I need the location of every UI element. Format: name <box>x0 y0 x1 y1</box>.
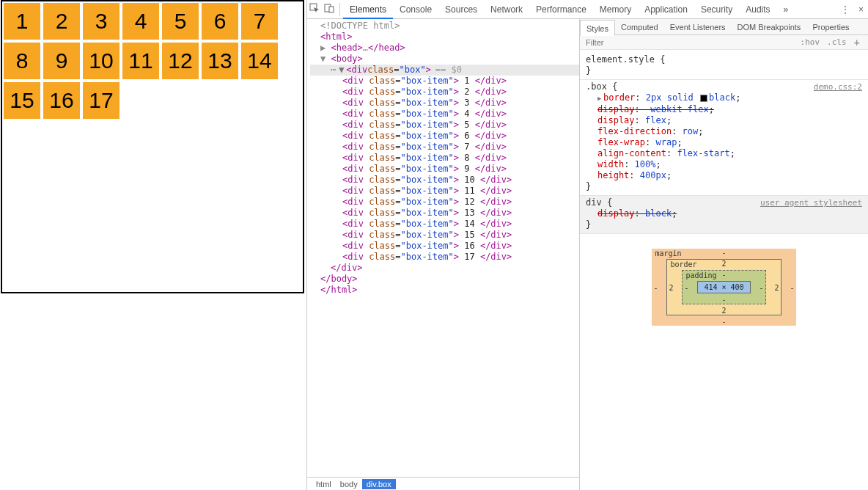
tab-performance[interactable]: Performance <box>529 0 593 19</box>
tab-sources[interactable]: Sources <box>438 0 484 19</box>
breadcrumb-item[interactable]: div.box <box>362 479 396 489</box>
breadcrumb-item[interactable]: html <box>312 479 336 489</box>
new-style-rule-icon[interactable]: + <box>850 37 864 48</box>
box-item: 10 <box>83 43 119 79</box>
bm-padding-bottom: - <box>721 296 726 304</box>
bm-margin-label: margin <box>655 249 681 257</box>
tab-elements[interactable]: Elements <box>343 0 393 19</box>
svg-rect-2 <box>329 7 334 12</box>
styles-tab-styles[interactable]: Styles <box>580 20 615 36</box>
bm-margin-bottom: - <box>721 318 726 326</box>
styles-tab-properties[interactable]: Properties <box>806 19 855 35</box>
bm-border-left: 2 <box>669 283 673 291</box>
bm-padding-right: - <box>760 283 764 291</box>
dom-tree[interactable]: <!DOCTYPE html><html>▶ <head>…</head>▼ <… <box>307 19 579 477</box>
rendered-page-pane: 1234567891011121314151617 <box>0 0 306 490</box>
box-item: 9 <box>43 43 80 79</box>
dom-breadcrumb[interactable]: htmlbodydiv.box <box>307 477 579 490</box>
devtools-menu-icon[interactable]: ⋮ <box>836 4 854 15</box>
box-item: 16 <box>43 82 80 119</box>
bm-border-label: border <box>670 260 696 268</box>
styles-filter-row: :hov .cls + <box>580 35 868 50</box>
device-toolbar-icon[interactable] <box>322 3 336 15</box>
elements-dom-column: <!DOCTYPE html><html>▶ <head>…</head>▼ <… <box>307 19 580 490</box>
styles-column: StylesComputedEvent ListenersDOM Breakpo… <box>580 19 868 490</box>
hov-toggle[interactable]: :hov <box>797 37 824 47</box>
styles-tab-event-listeners[interactable]: Event Listeners <box>664 19 732 35</box>
bm-border-bottom: 2 <box>721 307 726 315</box>
bm-margin-top: - <box>721 249 726 257</box>
breadcrumb-item[interactable]: body <box>336 479 362 489</box>
tab-memory[interactable]: Memory <box>593 0 638 19</box>
bm-padding-left: - <box>684 283 688 291</box>
css-rule[interactable]: demo.css:2.box {▶border: 2px solid black… <box>580 80 868 196</box>
box-item: 13 <box>202 43 238 79</box>
box-item: 7 <box>241 3 278 40</box>
box-item: 15 <box>4 82 40 119</box>
box-item: 17 <box>83 82 119 119</box>
bm-content-size: 414 × 400 <box>697 281 750 293</box>
styles-rules-list[interactable]: element.style {}demo.css:2.box {▶border:… <box>580 50 868 234</box>
styles-filter-input[interactable] <box>584 37 797 48</box>
box-item: 11 <box>122 43 159 79</box>
inspect-element-icon[interactable] <box>307 3 322 15</box>
box-item: 5 <box>162 3 199 40</box>
tab-audits[interactable]: Audits <box>739 0 776 19</box>
box-item: 14 <box>241 43 278 79</box>
styles-sub-tabbar: StylesComputedEvent ListenersDOM Breakpo… <box>580 19 868 35</box>
bm-border-top: 2 <box>721 260 726 268</box>
box-item: 6 <box>202 3 238 40</box>
box-item: 12 <box>162 43 199 79</box>
css-rule[interactable]: element.style {} <box>580 53 868 80</box>
devtools-panel: ElementsConsoleSourcesNetworkPerformance… <box>306 0 868 490</box>
tabs-overflow-icon[interactable]: » <box>777 0 795 19</box>
box-item: 2 <box>43 3 80 40</box>
box-item: 8 <box>4 43 40 79</box>
devtools-main-tabbar: ElementsConsoleSourcesNetworkPerformance… <box>307 0 868 19</box>
tab-application[interactable]: Application <box>638 0 694 19</box>
cls-toggle[interactable]: .cls <box>823 37 850 47</box>
bm-margin-left: - <box>653 283 658 291</box>
box-item: 1 <box>4 3 40 40</box>
tab-security[interactable]: Security <box>694 0 739 19</box>
bm-padding-label: padding <box>685 271 716 279</box>
divider <box>339 3 340 16</box>
tab-network[interactable]: Network <box>484 0 529 19</box>
flex-box-container: 1234567891011121314151617 <box>1 0 304 293</box>
styles-tab-computed[interactable]: Computed <box>615 19 664 35</box>
bm-padding-top: - <box>721 271 726 279</box>
box-item: 4 <box>122 3 159 40</box>
styles-tab-dom-breakpoints[interactable]: DOM Breakpoints <box>732 19 807 35</box>
tab-console[interactable]: Console <box>393 0 438 19</box>
box-model-diagram[interactable]: margin - - - - border 2 2 2 2 padding - <box>580 234 868 355</box>
css-rule[interactable]: user agent stylesheetdiv {display: block… <box>580 196 868 234</box>
box-item: 3 <box>83 3 119 40</box>
bm-margin-right: - <box>790 283 795 291</box>
devtools-close-icon[interactable]: × <box>854 4 868 15</box>
bm-border-right: 2 <box>775 283 779 291</box>
